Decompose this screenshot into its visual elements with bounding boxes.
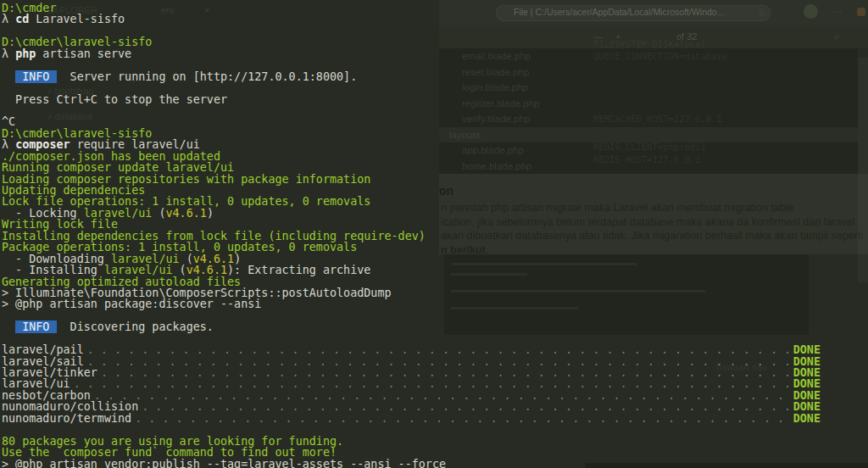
terminal-line: - Downloading laravel/ui (v4.6.1)	[2, 254, 868, 265]
terminal-line: > Illuminate\Foundation\ComposerScripts:…	[2, 287, 868, 298]
terminal-line: - Locking laravel/ui (v4.6.1)	[2, 208, 868, 219]
terminal-package-row: nunomaduro/collision. . . . . . . . . . …	[2, 401, 821, 412]
terminal-line: Installing dependencies from lock file (…	[2, 231, 868, 242]
terminal-line: λ cd Laravel-sisfo	[2, 14, 868, 25]
terminal-line	[2, 82, 868, 93]
leader-dots: . . . . . . . . . . . . . . . . . . . . …	[142, 401, 790, 412]
terminal-line: INFO Server running on [http://127.0.0.1…	[2, 71, 868, 82]
terminal-line: Loading composer repositories with packa…	[2, 174, 868, 185]
package-name: laravel/pail	[2, 344, 84, 355]
package-status: DONE	[793, 367, 821, 378]
package-name: laravel/sail	[2, 356, 84, 367]
terminal-text-segment	[2, 320, 15, 333]
leader-dots: . . . . . . . . . . . . . . . . . . . . …	[87, 344, 790, 355]
terminal-line: ^C	[2, 116, 868, 127]
package-status: DONE	[793, 413, 821, 424]
terminal-line: Generating optimized autoload files	[2, 276, 868, 287]
terminal-line: Use the `composer fund` command to find …	[2, 447, 868, 458]
terminal-line: Lock file operations: 1 install, 0 updat…	[2, 196, 868, 207]
terminal-text-segment: INFO	[15, 320, 56, 333]
leader-dots: . . . . . . . . . . . . . . . . . . . . …	[87, 356, 790, 367]
terminal-output: D:\cmderλ cd Laravel-sisfo D:\cmder\lara…	[2, 3, 868, 468]
package-status: DONE	[793, 390, 821, 401]
terminal-line	[2, 105, 868, 116]
package-name: laravel/ui	[2, 378, 70, 389]
leader-dots: . . . . . . . . . . . . . . . . . . . . …	[74, 378, 790, 389]
terminal-line: Package operations: 1 install, 0 updates…	[2, 242, 868, 253]
terminal-line: > @php artisan package:discover --ansi	[2, 298, 868, 309]
terminal-text-segment: > @php artisan vendor:publish --tag=lara…	[2, 458, 446, 468]
terminal-package-row: laravel/tinker. . . . . . . . . . . . . …	[2, 367, 821, 378]
terminal-line: D:\cmder	[2, 3, 868, 14]
terminal-package-row: nesbot/carbon. . . . . . . . . . . . . .…	[2, 390, 821, 401]
terminal-line: λ php artisan serve	[2, 48, 868, 59]
terminal-line: > @php artisan vendor:publish --tag=lara…	[2, 459, 868, 468]
terminal-line: 80 packages you are using are looking fo…	[2, 436, 868, 447]
package-name: nesbot/carbon	[2, 390, 91, 401]
package-status: DONE	[793, 344, 821, 355]
terminal-line: INFO Discovering packages.	[2, 321, 868, 332]
leader-dots: . . . . . . . . . . . . . . . . . . . . …	[94, 390, 790, 401]
terminal-line	[2, 333, 868, 344]
terminal-text-segment: )	[207, 207, 214, 220]
leader-dots: . . . . . . . . . . . . . . . . . . . . …	[101, 367, 790, 378]
terminal[interactable]: D:\cmderλ cd Laravel-sisfo D:\cmder\lara…	[0, 0, 868, 468]
terminal-text-segment: Server running on [http://127.0.0.1:8000…	[57, 70, 358, 83]
terminal-text-segment: Discovering packages.	[57, 320, 214, 333]
terminal-line	[2, 424, 868, 435]
terminal-text-segment: artisan serve	[36, 47, 131, 60]
terminal-text-segment: INFO	[15, 70, 56, 83]
terminal-text-segment: Press Ctrl+C to stop the server	[2, 93, 227, 106]
terminal-line: - Installing laravel/ui (v4.6.1): Extrac…	[2, 265, 868, 276]
terminal-line: λ composer require laravel/ui	[2, 139, 868, 150]
terminal-package-row: nunomaduro/termwind. . . . . . . . . . .…	[2, 413, 821, 424]
package-name: nunomaduro/termwind	[2, 413, 131, 424]
terminal-line	[2, 310, 868, 321]
terminal-line	[2, 25, 868, 36]
package-status: DONE	[793, 378, 821, 389]
terminal-text-segment: cd	[15, 13, 29, 25]
terminal-text-segment: php	[15, 47, 36, 60]
package-status: DONE	[793, 356, 821, 367]
terminal-line	[2, 59, 868, 70]
terminal-package-row: laravel/sail. . . . . . . . . . . . . . …	[2, 356, 821, 367]
terminal-text-segment: ): Extracting archive	[227, 264, 370, 276]
terminal-line: Running composer update laravel/ui	[2, 162, 868, 173]
terminal-line: D:\cmder\laravel-sisfo	[2, 128, 868, 139]
terminal-line: ./composer.json has been updated	[2, 151, 868, 162]
terminal-text-segment: Laravel-sisfo	[29, 13, 125, 25]
terminal-package-row: laravel/ui. . . . . . . . . . . . . . . …	[2, 378, 821, 389]
package-name: nunomaduro/collision	[2, 401, 138, 412]
terminal-package-row: laravel/pail. . . . . . . . . . . . . . …	[2, 344, 821, 355]
terminal-text-segment: (	[152, 207, 165, 220]
terminal-text-segment: v4.6.1	[166, 207, 207, 220]
terminal-line: D:\cmder\laravel-sisfo	[2, 36, 868, 47]
terminal-line: Updating dependencies	[2, 185, 868, 196]
package-name: laravel/tinker	[2, 367, 97, 378]
terminal-line: Press Ctrl+C to stop the server	[2, 94, 868, 105]
terminal-line: Writing lock file	[2, 219, 868, 230]
leader-dots: . . . . . . . . . . . . . . . . . . . . …	[135, 413, 790, 424]
terminal-text-segment: > @php artisan package:discover --ansi	[2, 298, 261, 310]
package-status: DONE	[793, 401, 821, 412]
screenshot-root: File | C:/Users/acer/AppData/Local/Micro…	[0, 0, 868, 468]
